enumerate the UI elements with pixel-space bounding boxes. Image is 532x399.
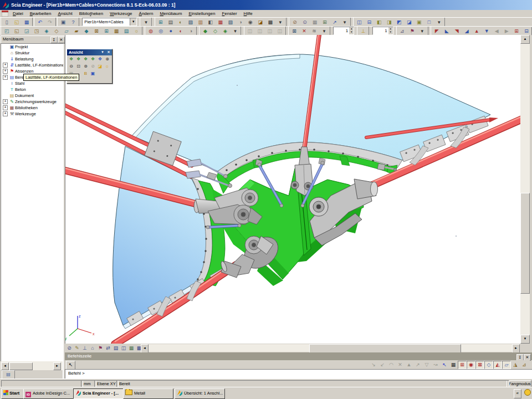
combi-prev-icon[interactable]: ◀: [492, 27, 502, 35]
menu-bibliotheken[interactable]: Bibliotheken: [76, 10, 107, 17]
swap-icon[interactable]: ⇄: [104, 344, 112, 352]
menu-datei[interactable]: Datei: [9, 10, 27, 17]
vscroll-thumb[interactable]: [520, 193, 530, 294]
mdi-child-icon[interactable]: [2, 11, 8, 17]
load-last-icon[interactable]: ◢: [462, 27, 472, 35]
menu-einstellungen[interactable]: Einstellungen: [185, 10, 218, 17]
scale-link-icon[interactable]: ⊥: [358, 27, 368, 35]
profile-table-icon[interactable]: ▧: [226, 18, 236, 27]
menu-ndern[interactable]: Ändern: [136, 10, 157, 17]
doc-b-icon[interactable]: B: [82, 70, 89, 78]
render-ghost-icon[interactable]: ◑: [186, 27, 196, 35]
load-first-icon[interactable]: ◤: [432, 27, 442, 35]
command-panel-header[interactable]: Befehlszeile ↧✕: [65, 352, 532, 360]
sidebar-item-lastfällelfkombinationen[interactable]: +⇵Lastfälle, LF-Kombinationen: [1, 62, 63, 68]
split-window-2-icon[interactable]: ◫: [255, 27, 265, 35]
more-arrow-icon[interactable]: ▾: [340, 18, 350, 27]
help-icon[interactable]: ?: [68, 18, 78, 27]
grid-snap-icon[interactable]: ▦: [449, 361, 458, 369]
snap-line-icon[interactable]: ↝: [431, 361, 440, 369]
render-wire-icon[interactable]: ◍: [146, 27, 156, 35]
view-dir-x-icon[interactable]: ❖: [68, 55, 75, 63]
render-mode-icon[interactable]: ◫: [120, 344, 127, 352]
export-icon[interactable]: ▨: [186, 18, 196, 27]
snap-inter-icon[interactable]: ◭: [493, 361, 502, 369]
volumes-icon[interactable]: ▦: [111, 27, 121, 35]
scale-spinner-2[interactable]: 1▲▼: [372, 27, 393, 35]
scale-spinner-1[interactable]: 1▲▼: [333, 27, 354, 35]
new-file-icon[interactable]: ▯: [2, 18, 12, 27]
view-z-icon[interactable]: ◳: [32, 27, 42, 35]
render-icon[interactable]: ⊠: [91, 27, 101, 35]
zoom-out-icon[interactable]: ⊖: [68, 63, 75, 70]
taskbar-task-3[interactable]: Metall: [123, 388, 173, 399]
command-input[interactable]: Befehl >: [65, 369, 532, 379]
rotate-view-icon[interactable]: ◈: [42, 27, 52, 35]
numbers-icon[interactable]: ◇: [210, 27, 220, 35]
save-icon[interactable]: ▦: [22, 18, 32, 27]
entity-table-icon[interactable]: ⊞: [320, 18, 330, 27]
scroll-right-icon[interactable]: ►: [53, 362, 61, 370]
menu-fenster[interactable]: Fenster: [218, 10, 240, 17]
pin-icon[interactable]: ↧: [50, 37, 58, 43]
scroll-right-icon[interactable]: ►: [512, 344, 520, 353]
window-layout-8-icon[interactable]: □: [424, 18, 434, 27]
print-preview-icon[interactable]: ◐: [176, 18, 186, 27]
case-down-icon[interactable]: ▼: [482, 27, 492, 35]
snap-mid-icon[interactable]: ⊠: [475, 361, 484, 369]
picture-icon[interactable]: ◧: [206, 18, 216, 27]
zoom-point-icon[interactable]: ⊙: [300, 18, 310, 27]
taskbar-task-2[interactable]: Scia Engineer - [...: [73, 388, 124, 399]
erase-icon[interactable]: ⊠: [289, 27, 299, 35]
snap-end-icon[interactable]: ◉: [467, 361, 475, 369]
ansicht-titlebar[interactable]: Ansicht ▼ ✕: [67, 49, 112, 55]
load-prev-icon[interactable]: ◣: [442, 27, 452, 35]
print-icon[interactable]: ▤: [166, 18, 176, 27]
model-viewport[interactable]: z x y: [65, 35, 521, 344]
split-window-3-icon[interactable]: ◫: [265, 27, 275, 35]
hscroll-thumb[interactable]: [309, 344, 461, 353]
flag-icon[interactable]: ⚑: [407, 27, 417, 35]
open-file-icon[interactable]: ◱: [12, 18, 22, 27]
close-icon[interactable]: ✕: [58, 37, 65, 43]
perspective-icon[interactable]: ⊞: [101, 27, 111, 35]
gallery-icon[interactable]: ◪: [255, 18, 265, 27]
search-icon[interactable]: ◉: [245, 18, 255, 27]
printer2-icon[interactable]: ◑: [236, 18, 245, 27]
select-mode-icon[interactable]: ⊘: [65, 344, 73, 352]
start-button[interactable]: Start: [1, 388, 24, 399]
zoom-all-icon[interactable]: ⊛: [82, 63, 89, 70]
view-dir-y-icon[interactable]: ❖: [75, 55, 82, 63]
case-box-icon[interactable]: ⊞: [511, 27, 521, 35]
combi-next-icon[interactable]: ▶: [502, 27, 511, 35]
pen-mode-icon[interactable]: ✎: [73, 344, 81, 352]
clipboard-icon[interactable]: ▥: [196, 18, 206, 27]
snap-midpoint-icon[interactable]: ↙: [378, 361, 387, 369]
document-icon[interactable]: ▩: [265, 18, 275, 27]
expand-icon[interactable]: +: [3, 63, 8, 68]
taskbar-task-1[interactable]: IDAdobe InDesign C...: [23, 388, 74, 399]
beam-label-icon[interactable]: ⌂: [89, 344, 96, 352]
snap-extra2-icon[interactable]: ⊿: [520, 361, 529, 369]
abc-label-icon[interactable]: ▤: [112, 344, 120, 352]
expand-icon[interactable]: +: [3, 75, 8, 80]
menu-werkzeuge[interactable]: Werkzeuge: [106, 10, 135, 17]
flag-label-icon[interactable]: ⚑: [96, 344, 104, 352]
case-up-icon[interactable]: ▲: [472, 27, 482, 35]
expand-icon[interactable]: +: [3, 105, 8, 110]
sidebar-item-werkzeuge[interactable]: +⚒Werkzeuge: [1, 111, 63, 117]
activity-icon[interactable]: ⊿: [397, 27, 407, 35]
tray-expand-icon[interactable]: «: [514, 389, 521, 398]
scroll-left-icon[interactable]: ◄: [141, 344, 149, 353]
labels-icon[interactable]: ◆: [200, 27, 210, 35]
sidebar-item-bibliotheken[interactable]: +▦Bibliotheken: [1, 105, 63, 111]
combo-dropdown-icon[interactable]: ▼: [130, 18, 136, 25]
menu-hilfe[interactable]: Hilfe: [241, 10, 256, 17]
view-x-icon[interactable]: ◱: [12, 27, 22, 35]
project-combo[interactable]: Pier1b+Mem+Cables▼: [82, 18, 137, 26]
view-rotate-icon[interactable]: ✥: [96, 55, 104, 63]
lightbulb-icon[interactable]: ☼: [104, 63, 111, 70]
window-layout-1-icon[interactable]: ◫: [354, 18, 364, 27]
window-layout-2-icon[interactable]: ⊟: [364, 18, 374, 27]
redo-icon[interactable]: ↷: [45, 18, 55, 27]
